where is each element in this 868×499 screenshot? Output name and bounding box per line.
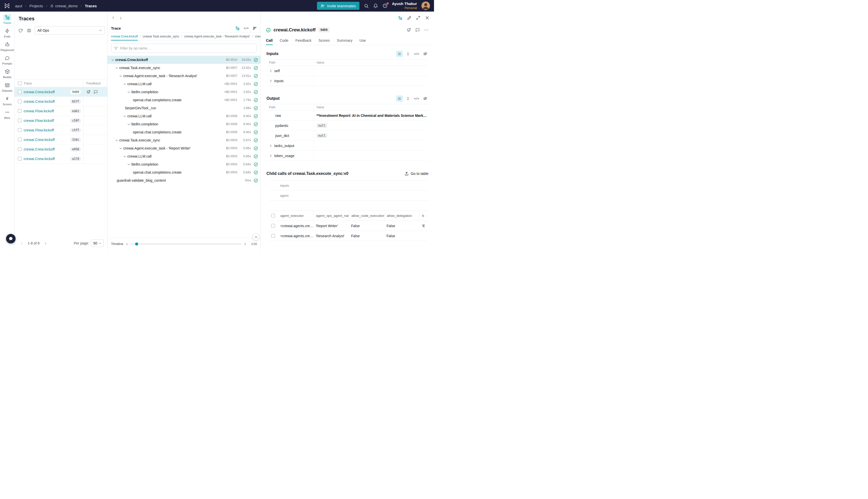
trace-link[interactable]: crewai.Crew.kickoff [24, 99, 55, 104]
support-chat-bubble[interactable] [6, 234, 15, 243]
code-view-icon[interactable]: </> [244, 27, 249, 30]
breadcrumb-projects[interactable]: Projects [29, 4, 43, 8]
go-to-table-button[interactable]: Go to table [405, 172, 429, 175]
sidebar-item-scorers[interactable]: # Scorers [0, 96, 14, 106]
trace-tree-row[interactable]: crewai.LLM.call $0.0003 5.85s [108, 152, 260, 160]
row-checkbox[interactable] [271, 224, 275, 228]
trace-tree-row[interactable]: crewai.Agent.execute_task - 'Research An… [108, 72, 260, 80]
chevron-down-icon[interactable] [127, 90, 131, 94]
chevron-down-icon[interactable] [111, 58, 115, 62]
row-checkbox[interactable] [18, 138, 22, 142]
chevron-down-icon[interactable] [119, 147, 123, 150]
trace-row[interactable]: crewai.Crew.kickoff657f [15, 97, 107, 106]
tab-code[interactable]: Code [280, 36, 288, 45]
trace-row[interactable]: crewai.Flow.kickoffc5ff [15, 125, 107, 135]
scroll-to-top-button[interactable] [252, 233, 259, 241]
sidebar-item-models[interactable]: Models [0, 68, 14, 78]
timeline-slider[interactable] [131, 243, 241, 244]
trace-tree-row[interactable]: crewai.Crew.kickoff $0.0010 19.83s [108, 56, 260, 64]
trace-row[interactable]: crewai.Crew.kickoffa17d [15, 154, 107, 163]
chevron-down-icon[interactable] [123, 155, 127, 158]
row-checkbox[interactable] [18, 147, 22, 151]
wandb-logo[interactable] [4, 3, 10, 9]
trace-tree-row[interactable]: openai.chat.completions.create $0.0006 9… [108, 128, 260, 136]
add-reaction-icon[interactable] [86, 90, 91, 94]
trace-tree-row[interactable]: guardrail-validate_blog_content 0ms [108, 177, 260, 184]
list-view-icon[interactable] [396, 96, 403, 102]
previous-call-arrow[interactable]: ↑ [112, 15, 114, 20]
ops-filter-select[interactable]: All Ops [35, 26, 105, 35]
breadcrumb-entity[interactable]: ayut [15, 4, 22, 8]
trace-tree-row[interactable]: crewai.Agent.execute_task - 'Report Writ… [108, 144, 260, 152]
trace-link[interactable]: crewai.Flow.kickoff [24, 128, 54, 132]
row-checkbox[interactable] [18, 157, 22, 160]
trace-tree-row[interactable]: litellm.completion $0.0006 9.40s [108, 120, 260, 128]
sidebar-item-playground[interactable]: Playground [0, 41, 14, 51]
timeline-slider-handle[interactable] [135, 242, 138, 245]
tab-use[interactable]: Use [359, 36, 366, 45]
notifications-bell-icon[interactable] [373, 3, 378, 8]
sidebar-item-prompts[interactable]: Prompts [0, 55, 14, 65]
call-crumb[interactable]: crewai.Agent.execute_task - 'Research An… [184, 33, 250, 40]
trace-row[interactable]: crewai.Crew.kickoff316c [15, 135, 107, 145]
chevron-down-icon[interactable] [114, 66, 119, 70]
timeline-next[interactable]: › [244, 242, 246, 246]
input-row[interactable]: self [266, 66, 429, 76]
row-checkbox[interactable] [18, 99, 22, 103]
trace-tree-row[interactable]: litellm.completion $0.0003 5.84s [108, 160, 260, 168]
user-menu[interactable]: Ayush Thakur Personal [392, 1, 417, 10]
trace-link[interactable]: crewai.Crew.kickoff [24, 138, 55, 142]
input-row[interactable]: inputs [266, 76, 429, 86]
chevron-right-icon[interactable] [269, 154, 273, 158]
chevron-right-icon[interactable] [269, 144, 273, 147]
output-row[interactable]: token_usage [266, 151, 429, 161]
row-checkbox[interactable] [18, 119, 22, 122]
trace-link[interactable]: crewai.Flow.kickoff [24, 109, 54, 113]
output-row[interactable]: json_dict null [266, 131, 429, 141]
trace-tree-row[interactable]: litellm.completion <$0.0001 2.82s [108, 88, 260, 96]
trace-row[interactable]: crewai.Crew.kickoff 9d89 [15, 87, 107, 97]
columns-icon[interactable] [25, 27, 33, 34]
trace-tree-row[interactable]: crewai.LLM.call <$0.0001 2.82s [108, 80, 260, 88]
trace-link[interactable]: crewai.Crew.kickoff [24, 147, 55, 151]
pagination-next[interactable]: › [42, 241, 49, 246]
call-crumb[interactable]: crewai.Task.execute_sync [142, 33, 179, 40]
overflow-menu-icon[interactable]: ⋯ [424, 29, 429, 31]
trace-link[interactable]: crewai.Crew.kickoff [24, 90, 55, 94]
table-row[interactable]: <crewai.agents.cre… 'Research Analyst' F… [269, 231, 429, 241]
trace-tree-row[interactable]: openai.chat.completions.create <$0.0001 … [108, 96, 260, 104]
call-crumb[interactable]: crewai.Crew.kickoff [111, 33, 138, 40]
sidebar-item-datasets[interactable]: Datasets [0, 82, 14, 92]
row-checkbox[interactable] [271, 234, 275, 238]
row-checkbox[interactable] [18, 109, 22, 113]
call-crumb[interactable]: crewai.LLM.cal [255, 33, 260, 40]
tree-view-icon[interactable] [235, 26, 239, 31]
hide-values-eye-icon[interactable] [422, 51, 429, 57]
chevron-right-icon[interactable] [269, 69, 273, 73]
refresh-icon[interactable] [16, 27, 24, 34]
chevron-right-icon[interactable] [269, 79, 273, 83]
edit-pencil-icon[interactable] [407, 16, 411, 20]
op-filter-input[interactable] [120, 46, 254, 50]
expand-rows-icon[interactable] [405, 96, 411, 102]
row-checkbox[interactable] [18, 90, 22, 94]
list-view-icon[interactable] [396, 51, 403, 57]
tab-feedback[interactable]: Feedback [295, 36, 311, 45]
chevron-down-icon[interactable] [123, 114, 127, 118]
trace-tree-row[interactable]: crewai.Task.execute_sync $0.0003 5.87s [108, 136, 260, 144]
invite-teammates-button[interactable]: Invite teammates [317, 2, 359, 10]
timeline-prev[interactable]: ‹ [126, 242, 128, 246]
trace-tree-row[interactable]: crewai.LLM.call $0.0006 9.40s [108, 112, 260, 120]
code-view-icon[interactable]: </> [413, 96, 420, 102]
trace-tree-row[interactable]: crewai.Task.execute_sync $0.0007 13.92s [108, 64, 260, 72]
trace-tree-row[interactable]: SerperDevTool._run 1.66s [108, 104, 260, 112]
add-note-icon[interactable] [416, 28, 420, 32]
split-view-icon[interactable] [398, 16, 402, 20]
select-all-checkbox[interactable] [18, 82, 22, 85]
trace-tree-row[interactable]: openai.chat.completions.create $0.0003 5… [108, 168, 260, 177]
trace-row[interactable]: crewai.Crew.kickoffe058 [15, 145, 107, 154]
row-checkbox[interactable] [18, 128, 22, 132]
expand-fullscreen-icon[interactable] [416, 16, 420, 20]
sidebar-item-more[interactable]: ⋯ More [0, 109, 14, 119]
output-row[interactable]: raw **Investment Report: AI in Chemical … [266, 111, 429, 121]
